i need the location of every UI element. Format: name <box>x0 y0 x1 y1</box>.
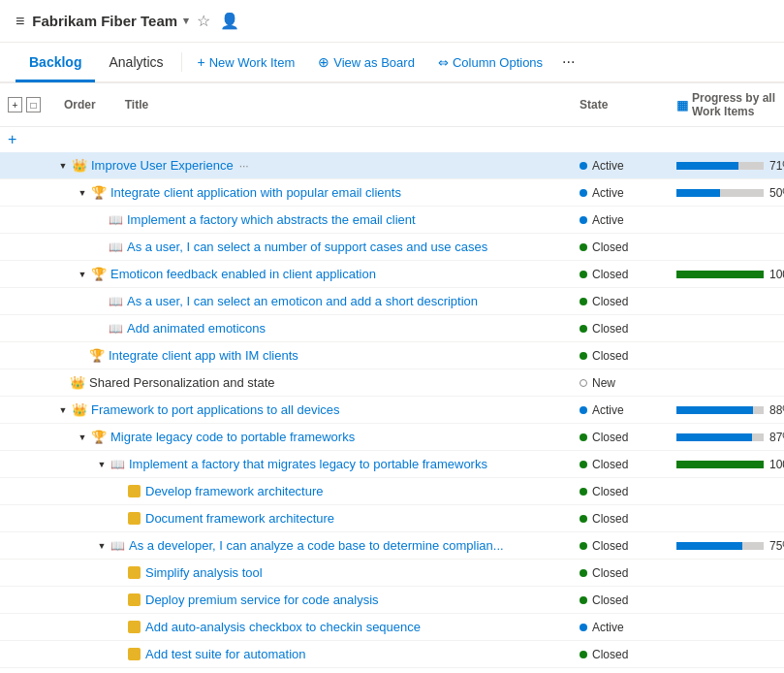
item-label[interactable]: Deploy premium service for code analysis <box>145 593 379 607</box>
progress-bar-fill <box>676 542 742 550</box>
order-cell <box>0 408 48 412</box>
item-label[interactable]: As a user, I can select a number of supp… <box>127 240 487 254</box>
item-label[interactable]: Add test suite for automation <box>145 647 305 661</box>
order-cell <box>0 571 48 575</box>
collapse-button[interactable]: ▼ <box>56 159 70 173</box>
item-label[interactable]: Migrate legacy code to portable framewor… <box>110 430 355 444</box>
nav-divider <box>181 52 182 72</box>
item-label[interactable]: Framework to port applications to all de… <box>91 402 340 417</box>
table-row: Deploy premium service for code analysis… <box>0 587 784 614</box>
progress-label: Progress by all Work Items <box>692 91 776 118</box>
progress-cell: 88% <box>669 401 784 419</box>
more-actions-button[interactable]: ··· <box>554 48 582 77</box>
view-as-board-button[interactable]: ⊕ View as Board <box>306 48 426 76</box>
state-label: Active <box>592 621 624 634</box>
team-name[interactable]: Fabrikam Fiber Team <box>32 13 177 29</box>
progress-bar-container <box>676 271 764 278</box>
title-cell: Develop framework architecture <box>48 482 572 500</box>
state-dot <box>580 542 587 550</box>
task-icon <box>128 512 141 525</box>
progress-cell <box>669 517 784 521</box>
item-label[interactable]: Integrate client app with IM clients <box>109 348 298 363</box>
item-label[interactable]: Emoticon feedback enabled in client appl… <box>110 267 376 281</box>
title-cell: ▼ 🏆 Migrate legacy code to portable fram… <box>48 428 572 446</box>
state-cell: Closed <box>572 537 669 555</box>
state-label: State <box>580 98 608 112</box>
backlog-table: + □ Order Title State ▦ Progress by all … <box>0 83 784 673</box>
crown-icon: 👑 <box>72 158 87 173</box>
add-row-button[interactable]: + <box>8 97 22 112</box>
item-label[interactable]: Develop framework architecture <box>145 484 324 498</box>
task-icon <box>128 593 141 606</box>
header-actions: ☆ 👤 <box>197 12 239 30</box>
item-label[interactable]: Document framework architecture <box>145 511 334 526</box>
collapse-button[interactable]: ▼ <box>76 268 89 281</box>
order-cell <box>0 164 48 168</box>
trophy-icon: 🏆 <box>91 267 107 281</box>
collapse-button[interactable]: ▼ <box>76 186 89 200</box>
crown-icon: 👑 <box>70 375 85 390</box>
chevron-down-icon[interactable]: ▾ <box>183 15 189 27</box>
title-cell: Simplify analysis tool <box>48 563 572 582</box>
item-label[interactable]: Improve User Experience <box>91 158 234 173</box>
title-cell: 📖 As a user, I can select an emoticon an… <box>48 292 572 310</box>
progress-cell: 100% <box>669 456 784 473</box>
progress-bar-container <box>676 433 764 441</box>
item-label[interactable]: Add auto-analysis checkbox to checkin se… <box>145 620 421 634</box>
state-cell: Closed <box>572 320 669 337</box>
collapse-button[interactable]: ▼ <box>76 431 89 444</box>
columns-icon: ⇔ <box>438 55 449 70</box>
person-icon[interactable]: 👤 <box>220 12 239 30</box>
state-label: Active <box>592 186 624 200</box>
progress-cell <box>669 571 784 575</box>
expand-all-button[interactable]: □ <box>26 97 41 112</box>
progress-percentage: 100% <box>769 268 784 281</box>
order-cell <box>0 272 48 276</box>
progress-cell: 50% <box>669 184 784 202</box>
order-cell <box>0 191 48 195</box>
column-options-button[interactable]: ⇔ Column Options <box>426 49 554 76</box>
state-dot <box>580 624 587 631</box>
row-more-button[interactable]: ··· <box>239 159 249 173</box>
item-label[interactable]: Integrate client application with popula… <box>110 185 401 200</box>
state-label: Closed <box>592 566 628 580</box>
book-icon: 📖 <box>109 322 123 336</box>
progress-cell: 75% <box>669 537 784 555</box>
order-cell <box>0 544 48 548</box>
state-cell: Closed <box>572 239 669 256</box>
progress-percentage: 71% <box>769 159 784 173</box>
item-label[interactable]: As a user, I can select an emoticon and … <box>127 294 478 308</box>
title-label: Title <box>125 98 148 112</box>
nav-item-analytics[interactable]: Analytics <box>95 45 176 82</box>
item-label[interactable]: Shared Personalization and state <box>89 375 275 390</box>
item-label[interactable]: As a developer, I can analyze a code bas… <box>129 538 504 553</box>
order-cell <box>0 218 48 222</box>
state-label: Closed <box>592 295 628 308</box>
collapse-button[interactable]: ▼ <box>95 458 109 471</box>
title-cell: Document framework architecture <box>48 509 572 528</box>
order-cell <box>0 381 48 385</box>
collapse-button[interactable]: ▼ <box>95 539 109 553</box>
state-dot <box>580 433 587 441</box>
new-work-item-label: New Work Item <box>209 55 296 70</box>
progress-cell: 100% <box>669 266 784 283</box>
state-cell: Active <box>572 184 669 202</box>
nav-item-backlog[interactable]: Backlog <box>16 45 95 82</box>
title-cell: Add test suite for automation <box>48 645 572 663</box>
progress-bar-fill <box>676 189 720 197</box>
grid-icon: ≡ <box>16 13 24 30</box>
progress-bar-fill <box>676 461 764 468</box>
progress-cell <box>669 381 784 385</box>
state-label: Closed <box>592 322 628 336</box>
new-work-item-button[interactable]: + New Work Item <box>186 48 307 76</box>
item-label[interactable]: Add animated emoticons <box>127 321 266 336</box>
plus-icon: + <box>198 54 205 70</box>
item-label[interactable]: Implement a factory that migrates legacy… <box>129 457 487 471</box>
state-label: New <box>592 376 615 390</box>
progress-percentage: 88% <box>769 403 784 417</box>
item-label[interactable]: Simplify analysis tool <box>145 565 263 580</box>
collapse-button[interactable]: ▼ <box>56 403 70 417</box>
add-item-button[interactable]: + <box>8 131 16 147</box>
star-icon[interactable]: ☆ <box>197 12 210 30</box>
item-label[interactable]: Implement a factory which abstracts the … <box>127 212 416 227</box>
